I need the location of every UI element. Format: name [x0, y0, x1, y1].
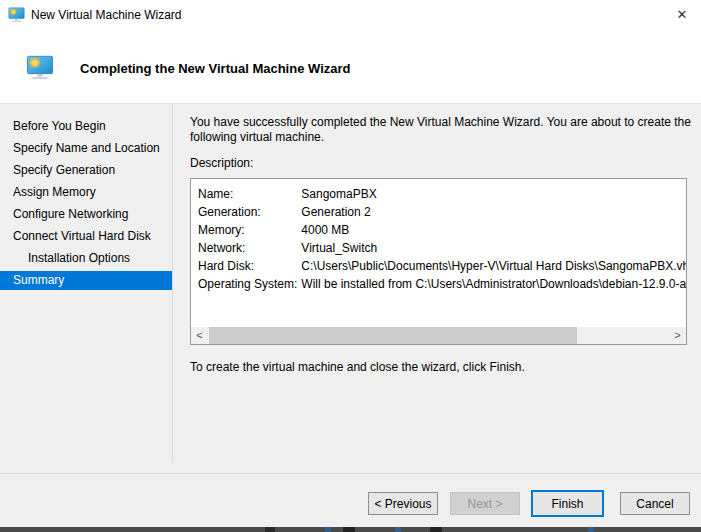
page-title: Completing the New Virtual Machine Wizar…: [80, 61, 351, 76]
scrollbar-thumb[interactable]: [209, 327, 577, 344]
taskbar-icon-fragment: [588, 527, 594, 532]
field-value: SangomaPBX: [301, 187, 376, 201]
summary-row-hard-disk: Hard Disk: C:\Users\Public\Documents\Hyp…: [198, 257, 686, 275]
wizard-header: Completing the New Virtual Machine Wizar…: [0, 30, 701, 104]
close-icon[interactable]: ✕: [672, 5, 692, 25]
taskbar-strip: [0, 527, 701, 532]
sidebar-item-assign-memory[interactable]: Assign Memory: [0, 183, 172, 202]
summary-row-network: Network: Virtual_Switch: [198, 239, 686, 257]
taskbar-icon-fragment: [343, 527, 355, 532]
field-label: Network:: [198, 239, 298, 257]
footer-divider: [0, 473, 701, 474]
sidebar-item-connect-virtual-hard-disk[interactable]: Connect Virtual Hard Disk: [0, 227, 172, 246]
field-value: Virtual_Switch: [301, 241, 377, 255]
description-label: Description:: [190, 156, 253, 170]
sidebar-item-specify-name-and-location[interactable]: Specify Name and Location: [0, 139, 172, 158]
horizontal-scrollbar[interactable]: < >: [191, 327, 686, 344]
finish-button[interactable]: Finish: [531, 490, 604, 517]
field-label: Generation:: [198, 203, 298, 221]
summary-description-box: Name: SangomaPBX Generation: Generation …: [190, 178, 687, 345]
wizard-steps-sidebar: Before You Begin Specify Name and Locati…: [0, 104, 172, 293]
finish-instruction: To create the virtual machine and close …: [190, 360, 525, 374]
next-button[interactable]: Next >: [450, 492, 520, 515]
field-value: 4000 MB: [301, 223, 349, 237]
taskbar-icon-fragment: [430, 527, 442, 532]
scroll-right-arrow-icon[interactable]: >: [669, 327, 686, 344]
field-label: Memory:: [198, 221, 298, 239]
scroll-left-arrow-icon[interactable]: <: [191, 327, 208, 344]
cancel-button[interactable]: Cancel: [620, 492, 690, 515]
field-value: Generation 2: [301, 205, 370, 219]
summary-row-memory: Memory: 4000 MB: [198, 221, 686, 239]
summary-row-name: Name: SangomaPBX: [198, 185, 686, 203]
field-label: Operating System:: [198, 275, 298, 293]
vm-monitor-sparkle-icon: [8, 7, 25, 23]
field-label: Name:: [198, 185, 298, 203]
taskbar-icon-fragment: [325, 527, 331, 532]
sidebar-item-before-you-begin[interactable]: Before You Begin: [0, 117, 172, 136]
summary-row-generation: Generation: Generation 2: [198, 203, 686, 221]
taskbar-icon-fragment: [265, 527, 275, 532]
sidebar-item-configure-networking[interactable]: Configure Networking: [0, 205, 172, 224]
sidebar-item-installation-options[interactable]: Installation Options: [0, 249, 172, 268]
previous-button[interactable]: < Previous: [368, 492, 438, 515]
window-title: New Virtual Machine Wizard: [31, 8, 182, 22]
intro-text: You have successfully completed the New …: [190, 115, 695, 145]
sidebar-item-specify-generation[interactable]: Specify Generation: [0, 161, 172, 180]
field-value: C:\Users\Public\Documents\Hyper-V\Virtua…: [301, 259, 687, 273]
sidebar-item-summary[interactable]: Summary: [0, 271, 172, 290]
taskbar-icon-fragment: [395, 527, 401, 532]
sidebar-divider: [172, 104, 173, 463]
vm-wizard-window: { "window": { "title": "New Virtual Mach…: [0, 0, 701, 532]
window-titlebar: New Virtual Machine Wizard ✕: [0, 0, 701, 30]
vm-monitor-sparkle-icon: [24, 55, 56, 81]
summary-row-operating-system: Operating System: Will be installed from…: [198, 275, 686, 293]
field-value: Will be installed from C:\Users\Administ…: [301, 277, 687, 291]
field-label: Hard Disk:: [198, 257, 298, 275]
